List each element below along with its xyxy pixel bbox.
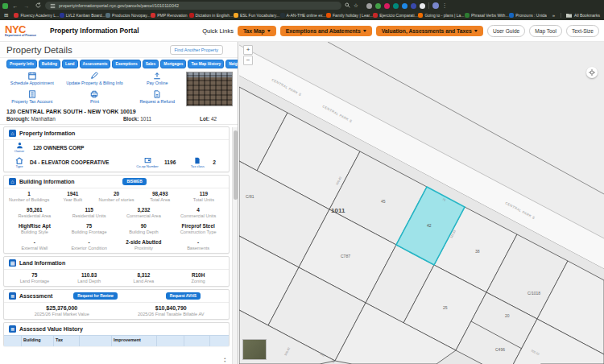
profile-avatar[interactable]	[432, 2, 439, 9]
type-row: Type D4 - ELEVATOR COOPERATIVE Co-op Num…	[4, 155, 229, 172]
tab[interactable]: Exemptions	[112, 60, 140, 68]
avh-table-header: BuildingTaxImprovement	[4, 335, 229, 346]
column-header	[4, 336, 22, 346]
tab[interactable]: Mortgages	[160, 60, 186, 68]
tax-map-button[interactable]: Tax Map	[238, 26, 276, 36]
zoom-in-button[interactable]: +	[243, 45, 253, 55]
bookmark-item[interactable]: Fluency Academy L...	[14, 13, 52, 18]
bookmark-item[interactable]: Dictation in English...	[189, 13, 227, 18]
url-text: propertyinformationportal.nyc.gov/parcel…	[59, 3, 337, 8]
extension-icon[interactable]	[366, 3, 372, 9]
pay-online-link[interactable]: Pay Online	[130, 72, 184, 88]
folder-icon	[566, 13, 572, 18]
bookmark-item[interactable]: Pronouns : Unidad...	[509, 13, 546, 18]
forward-icon[interactable]: →	[23, 2, 31, 10]
scrollbar-thumb[interactable]	[234, 130, 238, 200]
valuation-button[interactable]: Valuation, Assessments and Taxes	[376, 26, 483, 36]
print-link[interactable]: Print	[60, 90, 130, 106]
tax-map[interactable]: CENTRAL PARK S CENTRAL PARK S CENTRAL PA…	[239, 42, 604, 364]
all-bookmarks-label: All Bookmarks	[574, 13, 600, 18]
borough-value: Manhattan	[31, 116, 56, 122]
building-row-2: 95,261Residential Area115Residential Uni…	[4, 205, 229, 221]
request-for-review-button[interactable]: Request for Review	[73, 292, 118, 300]
extension-icon[interactable]	[411, 3, 416, 9]
bookmark-item[interactable]: Ejercicio Comparati...	[373, 13, 412, 18]
bookmark-favicon	[280, 13, 285, 18]
bookmark-label: A-AN-THE online ex...	[287, 13, 326, 18]
bookmark-item[interactable]: PMP Renovation	[151, 13, 182, 18]
tax-map-canvas[interactable]: CENTRAL PARK S CENTRAL PARK S CENTRAL PA…	[239, 42, 604, 364]
request-avhs-button[interactable]: Request AVHS	[166, 292, 201, 300]
tab[interactable]: Assessments	[80, 60, 111, 68]
map-tool-button[interactable]: Map Tool	[529, 25, 562, 37]
extension-icon[interactable]	[393, 3, 399, 9]
all-bookmarks-button[interactable]: All Bookmarks	[561, 13, 600, 18]
bookmark-star-icon[interactable]: ☆	[354, 2, 358, 9]
search-icon[interactable]	[345, 2, 350, 9]
panel-scrollbar[interactable]	[232, 127, 238, 364]
find-another-property-button[interactable]: Find Another Property	[170, 45, 223, 55]
bookmark-item[interactable]: A-AN-THE online ex...	[280, 13, 321, 18]
user-guide-button[interactable]: User Guide	[487, 25, 525, 37]
extension-icon[interactable]	[384, 3, 390, 9]
stat-cell: 90Building Depth	[117, 223, 172, 234]
stat-cell: $10,840,7902025/26 Final Taxable Billabl…	[117, 305, 226, 316]
building-info-icon: ⌂	[9, 178, 16, 185]
header-nav: Quick Links Tax Map Exemptions and Abate…	[202, 25, 599, 37]
bisweb-button[interactable]: BISWEB	[122, 178, 146, 185]
borough-block-lot: Borough: Manhattan Block: 1011 Lot: 42	[0, 114, 238, 125]
stat-cell: 8,312Land Area	[117, 272, 172, 283]
browser-menu-icon[interactable]: ⋮	[442, 2, 448, 9]
zoom-out-button[interactable]: −	[243, 56, 253, 65]
property-tax-account-link[interactable]: Property Tax Account	[5, 90, 60, 106]
column-header	[157, 336, 184, 346]
lot-value: 42	[211, 116, 217, 122]
quick-links[interactable]: Quick Links	[202, 27, 234, 35]
property-photo[interactable]	[186, 72, 233, 106]
condo-label: C496	[495, 347, 505, 352]
back-icon[interactable]: ←	[11, 2, 19, 10]
bookmark-label: Family holiday | Lear...	[333, 13, 373, 18]
building-type-icon	[15, 157, 23, 164]
table-scrollbar[interactable]: ▲ ▼	[224, 357, 226, 363]
assessment-card: ≣ Assessment Request for Review Request …	[3, 289, 230, 320]
column-header: Tax	[54, 336, 80, 346]
request-refund-link[interactable]: Request a Refund	[130, 90, 184, 106]
bookmark-item[interactable]: Phrasal Verbs With...	[465, 13, 503, 18]
bookmark-item[interactable]: Going to - plans | La...	[418, 13, 458, 18]
text-size-button[interactable]: Text-Size	[566, 25, 599, 37]
nyc-dof-logo[interactable]: NYC Department of Finance	[5, 24, 42, 38]
stat-cell: 119Total Units	[182, 191, 225, 202]
schedule-appointment-link[interactable]: Schedule Appointment	[5, 72, 60, 88]
bookmark-item[interactable]: Productos Novopay...	[105, 13, 144, 18]
reload-icon[interactable]	[34, 2, 42, 10]
stat-cell: 110.83Land Depth	[62, 272, 117, 283]
extension-icon[interactable]	[375, 3, 381, 9]
type-value: D4 - ELEVATOR COOPERATIVE	[30, 159, 135, 165]
tab[interactable]: Property Info	[6, 60, 37, 68]
tab[interactable]: Sales	[143, 60, 159, 68]
bookmarks-overflow-icon[interactable]: »	[552, 13, 555, 18]
tab[interactable]: Neighborhood	[225, 60, 238, 68]
tab[interactable]: Building	[39, 60, 60, 68]
cards-area: ⌂ Property Information Owner 120 OWNERS …	[0, 125, 238, 346]
extension-icon[interactable]	[402, 3, 407, 9]
extensions-area	[366, 3, 425, 9]
site-info-icon[interactable]	[50, 3, 56, 9]
bookmark-favicon	[373, 13, 378, 18]
extension-icon[interactable]	[420, 3, 425, 9]
browser-chrome: ← → propertyinformationportal.nyc.gov/pa…	[0, 0, 604, 20]
basemap-inset-thumbnail[interactable]	[242, 339, 267, 360]
map-locate-button[interactable]	[586, 67, 598, 78]
chevron-down-icon	[474, 30, 478, 32]
exemptions-button[interactable]: Exemptions and Abatements	[280, 26, 372, 36]
bookmark-label: Ejercicio Comparati...	[379, 13, 418, 18]
bookmark-item[interactable]: Family holiday | Lear...	[326, 13, 366, 18]
url-bar[interactable]: propertyinformationportal.nyc.gov/parcel…	[45, 2, 341, 10]
bookmark-item[interactable]: LVL2 Kanban Board...	[60, 13, 99, 18]
bookmark-item[interactable]: ESL Fun Vocabulary...	[234, 13, 274, 18]
tab[interactable]: Land	[62, 60, 77, 68]
apps-grid-icon[interactable]: ⊞	[4, 12, 8, 19]
tab[interactable]: Tax Map History	[188, 60, 224, 68]
update-property-billing-link[interactable]: Update Property & Billing Info	[60, 72, 130, 88]
